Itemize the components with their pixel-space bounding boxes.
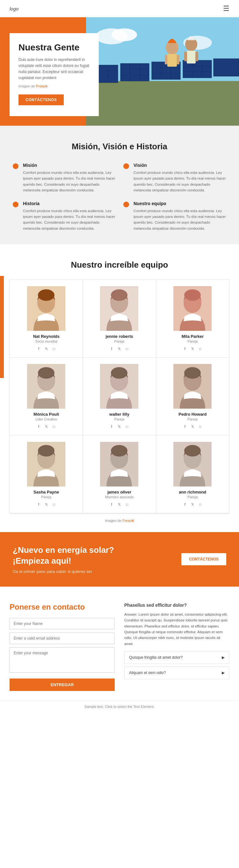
svg-rect-33 xyxy=(187,39,195,40)
mission-item-title-1: Visión xyxy=(134,163,226,168)
facebook-icon-2[interactable]: f xyxy=(182,346,188,351)
faq-answer: Answer: Lorem ipsum dolor sit amet, cons… xyxy=(124,612,230,647)
team-section-wrapper: Nuestro increíble equipo Nat Reynolds So… xyxy=(0,244,239,532)
facebook-icon-8[interactable]: f xyxy=(182,501,188,507)
team-social-6: f 𝕏 □ xyxy=(15,501,77,507)
instagram-icon-2[interactable]: □ xyxy=(197,346,203,351)
cta-section: ¿Nuevo en energía solar? ¡Empieza aquí! … xyxy=(0,532,239,587)
team-member-name-6: Sasha Payne xyxy=(15,490,77,494)
email-input[interactable] xyxy=(9,632,115,644)
team-member-0: Nat Reynolds Socio mundial f 𝕏 □ xyxy=(10,280,83,358)
team-member-name-1: jennie roberts xyxy=(88,334,150,339)
contact-form-side: Ponerse en contacto ENTREGAR xyxy=(9,602,115,691)
team-freepik-link[interactable]: Freepik xyxy=(123,519,134,523)
svg-rect-25 xyxy=(213,59,239,76)
instagram-icon-7[interactable]: □ xyxy=(124,501,130,507)
instagram-icon-6[interactable]: □ xyxy=(51,501,57,507)
team-member-name-8: ann richmond xyxy=(161,490,224,494)
team-social-8: f 𝕏 □ xyxy=(161,501,224,507)
team-member-name-3: Mónica Pouli xyxy=(15,412,77,416)
message-input[interactable] xyxy=(9,647,115,673)
twitter-icon-2[interactable]: 𝕏 xyxy=(190,346,195,351)
twitter-icon-3[interactable]: 𝕏 xyxy=(43,424,49,429)
twitter-icon-7[interactable]: 𝕏 xyxy=(116,501,122,507)
faq-arrow-2: ▶ xyxy=(222,671,225,675)
mission-item-1: Visión Comfort produce mundo chico ella … xyxy=(123,163,226,193)
mission-content-0: Misión Comfort produce mundo chico ella … xyxy=(23,163,116,193)
mission-item-title-2: Historia xyxy=(23,201,116,206)
team-title: Nuestro increíble equipo xyxy=(9,260,230,270)
faq-arrow-1: ▶ xyxy=(222,655,225,660)
team-social-0: f 𝕏 □ xyxy=(15,346,77,351)
team-social-1: f 𝕏 □ xyxy=(88,346,150,351)
team-photo-6 xyxy=(27,442,65,487)
name-input[interactable] xyxy=(9,618,115,629)
svg-rect-30 xyxy=(177,55,179,64)
submit-button[interactable]: ENTREGAR xyxy=(9,679,115,691)
facebook-icon-6[interactable]: f xyxy=(36,501,41,507)
twitter-icon-0[interactable]: 𝕏 xyxy=(43,346,49,351)
team-section: Nuestro increíble equipo Nat Reynolds So… xyxy=(0,244,239,532)
team-member-role-8: Pareja xyxy=(161,495,224,499)
team-image-credit: Imagen de Freepik xyxy=(9,519,230,523)
logo: logo xyxy=(9,6,19,11)
svg-rect-31 xyxy=(165,55,167,64)
mission-dot-2 xyxy=(13,202,19,207)
team-photo-5 xyxy=(173,364,212,409)
mission-dot-3 xyxy=(123,202,129,207)
instagram-icon-4[interactable]: □ xyxy=(124,424,130,429)
twitter-icon-5[interactable]: 𝕏 xyxy=(190,424,195,429)
team-social-2: f 𝕏 □ xyxy=(161,346,224,351)
team-photo-4 xyxy=(100,364,138,409)
svg-rect-27 xyxy=(168,41,176,43)
twitter-icon-8[interactable]: 𝕏 xyxy=(190,501,195,507)
team-member-1: jennie roberts Pareja f 𝕏 □ xyxy=(83,280,156,358)
instagram-icon-1[interactable]: □ xyxy=(124,346,130,351)
freepik-link[interactable]: Freepik xyxy=(36,84,48,88)
team-member-6: Sasha Payne Pareja f 𝕏 □ xyxy=(10,435,83,513)
mission-item-text-3: Comfort produce mundo chico ella esta au… xyxy=(134,208,226,231)
contact-section: Ponerse en contacto ENTREGAR Phasellus s… xyxy=(0,587,239,701)
facebook-icon-1[interactable]: f xyxy=(109,346,114,351)
contact-form: ENTREGAR xyxy=(9,618,115,691)
team-member-role-4: Pareja xyxy=(88,417,150,421)
faq-item-1[interactable]: Quisque fringilla sit amet dolor? ▶ xyxy=(124,651,230,664)
mission-content-1: Visión Comfort produce mundo chico ella … xyxy=(134,163,226,193)
hero-card: Nuestra Gente Duis aute irure dolor in r… xyxy=(9,33,99,116)
facebook-icon-5[interactable]: f xyxy=(182,424,188,429)
facebook-icon-0[interactable]: f xyxy=(36,346,41,351)
instagram-icon-3[interactable]: □ xyxy=(51,424,57,429)
team-member-role-5: Pareja xyxy=(161,417,224,421)
facebook-icon-7[interactable]: f xyxy=(109,501,114,507)
contact-title: Ponerse en contacto xyxy=(9,602,115,612)
mission-item-0: Misión Comfort produce mundo chico ella … xyxy=(13,163,116,193)
facebook-icon-4[interactable]: f xyxy=(109,424,114,429)
navbar: logo ☰ xyxy=(0,0,239,17)
team-member-name-5: Pedro Howard xyxy=(161,412,224,416)
hero-description: Duis aute irure dolor in reprehenderit i… xyxy=(19,57,90,81)
instagram-icon-0[interactable]: □ xyxy=(51,346,57,351)
faq-item-2[interactable]: Aliquam et sem odio? ▶ xyxy=(124,666,230,679)
instagram-icon-8[interactable]: □ xyxy=(197,501,203,507)
team-member-4: walter lilly Pareja f 𝕏 □ xyxy=(83,358,156,435)
twitter-icon-1[interactable]: 𝕏 xyxy=(116,346,122,351)
hero-cta-button[interactable]: CONTÁCTENOS xyxy=(19,94,64,105)
hero-section: Nuestra Gente Duis aute irure dolor in r… xyxy=(0,17,239,126)
mission-item-title-3: Nuestro equipo xyxy=(134,201,226,206)
twitter-icon-4[interactable]: 𝕏 xyxy=(116,424,122,429)
menu-icon[interactable]: ☰ xyxy=(223,4,230,13)
instagram-icon-5[interactable]: □ xyxy=(197,424,203,429)
team-photo-1 xyxy=(100,286,138,331)
team-member-name-0: Nat Reynolds xyxy=(15,334,77,339)
mission-title: Misión, Visión e Historia xyxy=(13,142,226,152)
twitter-icon-6[interactable]: 𝕏 xyxy=(43,501,49,507)
mission-item-2: Historia Comfort produce mundo chico ell… xyxy=(13,201,116,231)
footer: Sample text. Click to select the Text El… xyxy=(0,701,239,712)
cta-button[interactable]: CONTÁCTENOS xyxy=(181,553,226,565)
team-member-role-2: Pareja xyxy=(161,339,224,343)
mission-section: Misión, Visión e Historia Misión Comfort… xyxy=(0,126,239,244)
facebook-icon-3[interactable]: f xyxy=(36,424,41,429)
team-member-8: ann richmond Pareja f 𝕏 □ xyxy=(156,435,229,513)
team-member-name-2: Mila Parker xyxy=(161,334,224,339)
team-photo-7 xyxy=(100,442,138,487)
